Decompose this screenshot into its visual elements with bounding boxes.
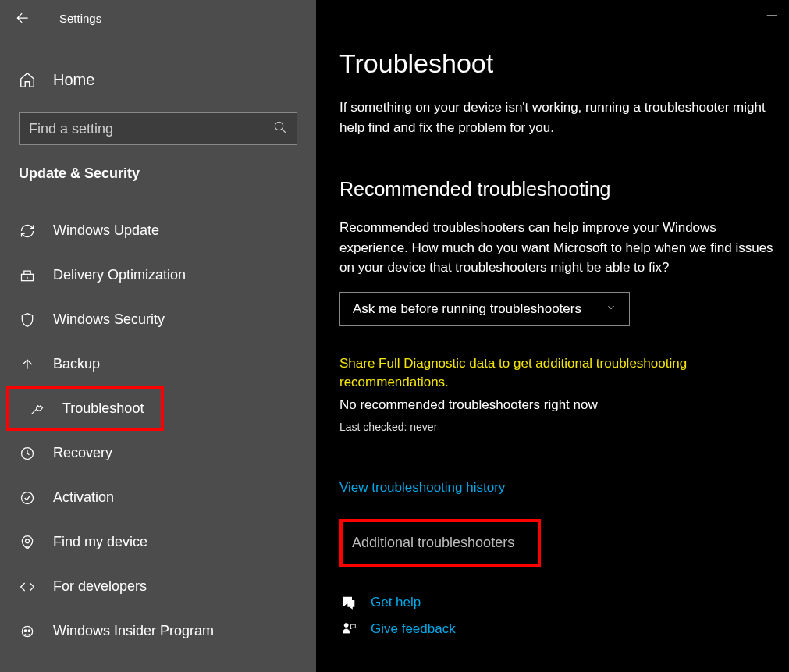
nav-label: Recovery	[53, 445, 112, 461]
additional-label: Additional troubleshooters	[352, 535, 514, 550]
nav-label: Activation	[53, 489, 114, 506]
svg-point-8	[344, 623, 348, 627]
svg-point-6	[24, 629, 27, 631]
sidebar-item-windows-security[interactable]: Windows Security	[0, 297, 316, 342]
search-container	[19, 112, 297, 145]
location-icon	[19, 535, 36, 550]
sidebar-item-troubleshoot[interactable]: Troubleshoot	[6, 386, 164, 431]
nav-label: For developers	[53, 578, 147, 595]
code-icon	[19, 579, 36, 595]
search-box[interactable]	[19, 112, 297, 145]
recommendation-dropdown[interactable]: Ask me before running troubleshooters	[339, 292, 630, 326]
nav-label: Find my device	[53, 534, 147, 550]
sidebar-item-backup[interactable]: Backup	[0, 342, 316, 386]
get-help-row[interactable]: Get help	[339, 595, 775, 610]
additional-troubleshooters-link[interactable]: Additional troubleshooters	[339, 519, 541, 567]
view-history-link[interactable]: View troubleshooting history	[339, 480, 505, 496]
get-help-link[interactable]: Get help	[371, 595, 421, 610]
home-label: Home	[53, 71, 94, 89]
page-title: Troubleshoot	[339, 48, 775, 79]
search-input[interactable]	[29, 121, 273, 137]
svg-point-0	[275, 122, 283, 130]
insider-icon	[19, 624, 36, 639]
feedback-icon	[339, 621, 358, 637]
home-icon	[19, 71, 36, 88]
sidebar-item-find-my-device[interactable]: Find my device	[0, 520, 316, 564]
back-button[interactable]	[5, 0, 41, 36]
share-diagnostic-link[interactable]: Share Full Diagnostic data to get additi…	[339, 354, 775, 393]
sidebar-item-recovery[interactable]: Recovery	[0, 431, 316, 475]
wrench-icon	[28, 401, 45, 417]
chat-icon	[339, 595, 358, 610]
last-checked-text: Last checked: never	[339, 421, 775, 433]
window-title: Settings	[59, 12, 101, 25]
nav-label: Backup	[53, 356, 100, 372]
sidebar-item-delivery-optimization[interactable]: Delivery Optimization	[0, 253, 316, 297]
sidebar-item-for-developers[interactable]: For developers	[0, 564, 316, 609]
give-feedback-link[interactable]: Give feedback	[371, 621, 456, 637]
sidebar: Settings Home Update & Security Windo	[0, 0, 316, 672]
svg-point-4	[26, 539, 30, 542]
sidebar-item-windows-update[interactable]: Windows Update	[0, 208, 316, 253]
recommended-description: Recommended troubleshooters can help imp…	[339, 218, 775, 278]
dropdown-selected: Ask me before running troubleshooters	[353, 301, 581, 317]
check-circle-icon	[19, 490, 36, 506]
intro-text: If something on your device isn't workin…	[339, 98, 775, 137]
nav-label: Delivery Optimization	[53, 267, 186, 283]
search-icon	[273, 120, 287, 137]
nav-label: Windows Security	[53, 311, 165, 328]
nav-label: Windows Update	[53, 222, 159, 239]
sidebar-item-activation[interactable]: Activation	[0, 475, 316, 520]
svg-point-3	[22, 492, 34, 503]
backup-icon	[19, 357, 36, 372]
main-content: – Troubleshoot If something on your devi…	[316, 0, 789, 672]
nav-list: Windows Update Delivery Optimization Win…	[0, 208, 316, 653]
svg-point-7	[28, 629, 30, 631]
settings-window: Settings Home Update & Security Windo	[0, 0, 789, 672]
recommended-heading: Recommended troubleshooting	[339, 178, 775, 201]
category-heading: Update & Security	[19, 165, 316, 182]
sync-icon	[19, 223, 36, 239]
sidebar-item-windows-insider[interactable]: Windows Insider Program	[0, 609, 316, 653]
shield-icon	[19, 312, 36, 328]
nav-label: Troubleshoot	[62, 400, 144, 417]
chevron-down-icon	[606, 301, 617, 317]
recovery-icon	[19, 446, 36, 461]
give-feedback-row[interactable]: Give feedback	[339, 621, 775, 637]
home-button[interactable]: Home	[0, 61, 316, 98]
no-recommended-text: No recommended troubleshooters right now	[339, 397, 775, 413]
titlebar: Settings	[0, 0, 316, 36]
nav-label: Windows Insider Program	[53, 623, 214, 639]
delivery-icon	[19, 268, 36, 283]
minimize-button[interactable]: –	[767, 5, 777, 25]
